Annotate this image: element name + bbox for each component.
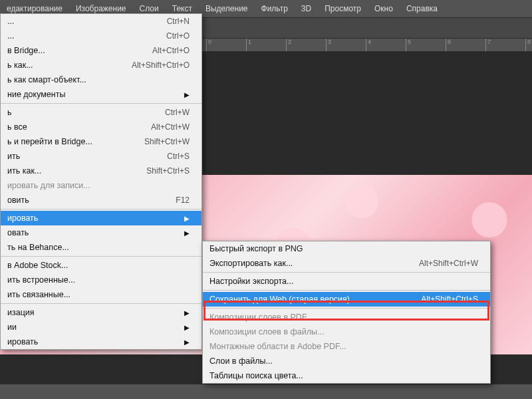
menu-item-label: ить <box>7 152 20 161</box>
ruler-tick: 0 <box>206 39 211 51</box>
menu-item-label: овать <box>7 228 29 237</box>
ruler-tick: 7 <box>485 39 491 51</box>
menu-item-label: Слои в файлы... <box>209 356 273 366</box>
export-menu-item[interactable]: Сохранить для Web (старая версия)...Alt+… <box>203 292 490 307</box>
chevron-right-icon: ▶ <box>171 215 190 222</box>
menu-separator <box>1 256 201 257</box>
file-menu-item[interactable]: ...Ctrl+O <box>1 29 201 43</box>
file-menu-item[interactable]: ить связанные... <box>1 287 201 302</box>
chevron-right-icon: ▶ <box>171 324 190 331</box>
app-frame: едактирование Изображение Слои Текст Выд… <box>0 0 532 399</box>
chevron-right-icon: ▶ <box>171 91 190 98</box>
file-menu-item[interactable]: овать▶ <box>1 225 201 240</box>
menu-separator <box>203 272 490 273</box>
menu-shortcut: Ctrl+S <box>167 152 190 161</box>
menu-shortcut: Ctrl+W <box>165 108 190 117</box>
file-menu-item[interactable]: овитьF12 <box>1 193 201 207</box>
export-menu-item: Композиции слоев в файлы... <box>203 325 490 339</box>
file-menu-item[interactable]: ть на Behance... <box>1 240 201 255</box>
menu-shortcut: Alt+Shift+Ctrl+S <box>421 295 478 304</box>
menu-item-label: в Adobe Stock... <box>7 261 68 270</box>
menu-item-label: ировать <box>7 213 38 223</box>
file-menu-item[interactable]: ь и перейти в Bridge...Shift+Ctrl+W <box>1 134 201 149</box>
menu-item-label: ировать <box>7 337 38 346</box>
file-menu-item: ировать для записи... <box>1 178 201 193</box>
menu-item-label: ... <box>7 31 14 41</box>
menu-item-label: ь <box>7 108 12 117</box>
file-menu-item[interactable]: ировать▶ <box>1 211 201 225</box>
chevron-right-icon: ▶ <box>171 309 190 317</box>
export-menu-item[interactable]: Слои в файлы... <box>203 354 490 368</box>
menu-separator <box>203 290 490 291</box>
file-menu-item[interactable]: ние документы▶ <box>1 87 201 102</box>
file-menu-dropdown: ...Ctrl+N...Ctrl+Oв Bridge...Alt+Ctrl+Oь… <box>0 13 202 350</box>
export-menu-item[interactable]: Настройки экспорта... <box>203 274 490 289</box>
menu-window[interactable]: Окно <box>368 1 400 16</box>
ruler-tick: 3 <box>326 39 331 51</box>
menu-item-label: Настройки экспорта... <box>209 277 293 286</box>
chevron-right-icon: ▶ <box>171 338 190 346</box>
menu-item-label: ь как... <box>7 61 33 70</box>
menu-item-label: Сохранить для Web (старая версия)... <box>209 295 356 304</box>
file-menu-item[interactable]: в Adobe Stock... <box>1 258 201 273</box>
file-menu-item[interactable]: итьCtrl+S <box>1 149 201 164</box>
menu-item-label: ь как смарт-объект... <box>7 75 86 84</box>
menu-shortcut: Ctrl+O <box>166 31 190 41</box>
export-menu-item[interactable]: Экспортировать как...Alt+Shift+Ctrl+W <box>203 256 490 271</box>
menu-separator <box>1 103 201 104</box>
menu-shortcut: Alt+Ctrl+O <box>152 46 190 55</box>
menu-separator <box>1 209 201 209</box>
file-menu-item[interactable]: изация▶ <box>1 305 201 320</box>
ruler-tick: 2 <box>286 39 291 51</box>
menu-item-label: Композиции слоев в PDF... <box>209 313 313 322</box>
menu-item-label: ить связанные... <box>7 290 70 299</box>
menu-item-label: овить <box>7 196 29 205</box>
menu-item-label: ировать для записи... <box>7 181 90 190</box>
menu-item-label: Таблицы поиска цвета... <box>209 371 303 380</box>
menu-item-label: ии <box>7 323 17 332</box>
file-menu-item[interactable]: ь как...Alt+Shift+Ctrl+O <box>1 58 201 72</box>
menu-filter[interactable]: Фильтр <box>255 1 295 16</box>
export-submenu: Быстрый экспорт в PNGЭкспортировать как.… <box>202 241 491 384</box>
menu-item-label: Экспортировать как... <box>209 259 293 268</box>
menu-separator <box>203 308 490 309</box>
menu-shortcut: Alt+Shift+Ctrl+O <box>132 61 190 70</box>
file-menu-item[interactable]: ь всеAlt+Ctrl+W <box>1 120 201 134</box>
file-menu-item[interactable]: ировать▶ <box>1 334 201 349</box>
menu-item-label: изация <box>7 308 35 317</box>
menu-item-label: ь и перейти в Bridge... <box>7 137 92 146</box>
file-menu-item[interactable]: ить как...Shift+Ctrl+S <box>1 164 201 178</box>
menu-shortcut: F12 <box>176 196 190 205</box>
file-menu-item[interactable]: ...Ctrl+N <box>1 14 201 29</box>
file-menu-item[interactable]: ии▶ <box>1 320 201 334</box>
menu-item-label: в Bridge... <box>7 46 45 55</box>
ruler-tick: 4 <box>366 39 371 51</box>
menu-item-label: Монтажные области в Adobe PDF... <box>209 342 346 351</box>
menu-shortcut: Ctrl+N <box>167 17 190 26</box>
menu-item-label: ить встроенные... <box>7 275 75 285</box>
file-menu-item[interactable]: ь как смарт-объект... <box>1 72 201 87</box>
export-menu-item: Монтажные области в Adobe PDF... <box>203 339 490 354</box>
menu-item-label: ... <box>7 17 14 26</box>
menu-3d[interactable]: 3D <box>295 1 318 16</box>
file-menu-item[interactable]: ьCtrl+W <box>1 105 201 120</box>
menu-shortcut: Alt+Shift+Ctrl+W <box>419 259 478 268</box>
menu-item-label: ть на Behance... <box>7 243 69 252</box>
file-menu-item[interactable]: ить встроенные... <box>1 273 201 287</box>
menu-select[interactable]: Выделение <box>199 1 255 16</box>
export-menu-item: Композиции слоев в PDF... <box>203 310 490 325</box>
ruler-tick: 8 <box>525 39 531 51</box>
export-menu-item[interactable]: Таблицы поиска цвета... <box>203 368 490 383</box>
menu-shortcut: Shift+Ctrl+W <box>144 137 190 146</box>
menu-item-label: Композиции слоев в файлы... <box>209 327 324 336</box>
export-menu-item[interactable]: Быстрый экспорт в PNG <box>203 241 490 256</box>
menu-help[interactable]: Справка <box>400 1 444 16</box>
menu-item-label: ние документы <box>7 90 65 99</box>
menu-item-label: ить как... <box>7 166 41 176</box>
ruler-tick: 5 <box>406 39 411 51</box>
file-menu-item[interactable]: в Bridge...Alt+Ctrl+O <box>1 43 201 58</box>
menu-item-label: ь все <box>7 122 27 132</box>
menu-item-label: Быстрый экспорт в PNG <box>209 244 303 253</box>
menu-view[interactable]: Просмотр <box>318 1 368 16</box>
menu-shortcut: Alt+Ctrl+W <box>151 122 190 132</box>
